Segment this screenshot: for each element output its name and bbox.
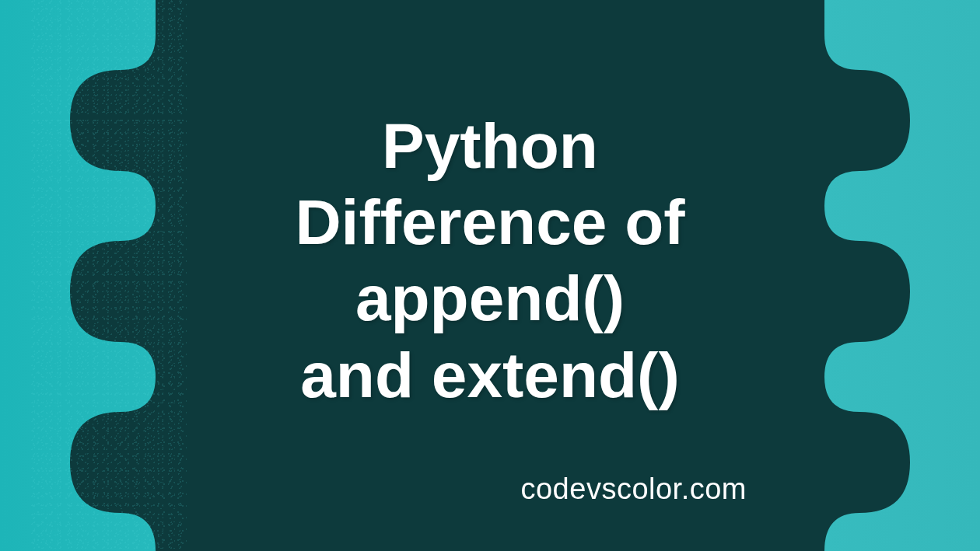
title-line-2: Difference of [0,183,980,260]
footer-attribution: codevscolor.com [520,473,747,506]
main-title-block: Python Difference of append() and extend… [0,107,980,413]
title-line-4: and extend() [0,337,980,413]
title-line-3: append() [0,260,980,337]
title-line-1: Python [0,107,980,183]
